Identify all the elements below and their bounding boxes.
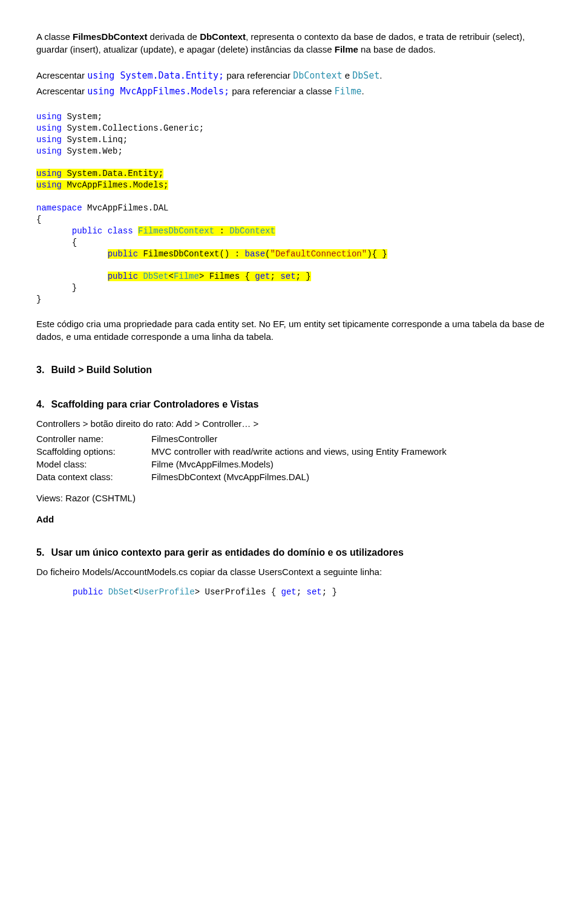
type-filme: Filme [174,272,199,281]
type-dbset: DbSet [108,587,134,597]
kw-base: base [245,249,265,259]
table-row: Model class: Filme (MvcAppFilmes.Models) [36,458,545,470]
kw-get: get [281,587,297,597]
code-text: : [214,226,229,236]
section-number: 5. [36,546,48,559]
note-text: . [362,86,364,96]
section-title: Usar um único contexto para gerir as ent… [51,547,403,558]
code-inline-kw: using System.Data.Entity; [87,70,224,81]
kw-set: set [280,272,295,281]
field-label: Controller name: [36,432,151,445]
table-row: Data context class: FilmesDbContext (Mvc… [36,470,545,483]
highlight-classdecl: FilmesDbContext : DbContext [138,226,275,236]
code-text: System; [62,112,102,122]
field-label: Scaffolding options: [36,445,151,458]
kw-set: set [307,587,322,597]
highlight-using-entity: using System.Data.Entity; [36,169,163,178]
kw-namespace: namespace [36,203,82,213]
type-filmesdbcontext: FilmesDbContext [138,226,214,236]
views-line: Views: Razor (CSHTML) [36,492,545,504]
string-literal: "DefaultConnection" [271,249,367,259]
kw-get: get [255,272,270,281]
kw-using: using [36,169,62,178]
code-block-userprofiles: public DbSet<UserProfile> UserProfiles {… [36,587,545,598]
add-action: Add [36,513,545,525]
kw-public: public [108,249,138,259]
section-title: Scaffolding para criar Controladores e V… [51,399,258,409]
code-text: MvcAppFilmes.DAL [82,203,169,213]
code-inline-type: DbContext [293,70,342,81]
filmesdbcontext-name: FilmesDbContext [73,31,147,42]
note-text: e [343,70,353,80]
brace-close: } [36,294,41,304]
code-text: < [168,272,173,281]
kw-using: using [36,135,62,145]
kw-class: class [102,226,138,236]
field-label: Model class: [36,458,151,470]
kw-public: public [72,226,102,236]
brace-open: { [36,215,41,224]
code-text: > UserProfiles { [195,587,281,597]
brace-open: { [72,238,77,247]
after-code-paragraph: Este código cria uma propriedade para ca… [36,317,545,343]
field-value: Filme (MvcAppFilmes.Models) [151,458,545,470]
note-text: Acrescentar [36,70,87,80]
note-text: . [379,70,382,80]
section-title: Build > Build Solution [51,365,152,375]
type-dbset: DbSet [143,272,168,281]
code-inline-type: DbSet [352,70,379,81]
type-userprofile: UserProfile [139,587,194,597]
note-text: Acrescentar [36,86,87,96]
code-inline-kw: using MvcAppFilmes.Models; [87,86,229,97]
note-text: para referenciar a classe [229,86,334,96]
filme-name: Filme [335,44,358,54]
kw-using: using [36,146,62,156]
note-text: para referenciar [224,70,293,80]
dbcontext-name: DbContext [200,31,246,42]
code-text: System.Data.Entity; [62,169,163,178]
section-5-heading: 5. Usar um único contexto para gerir as … [36,546,545,559]
note-using-entity: Acrescentar using System.Data.Entity; pa… [36,69,545,82]
intro-text: derivada de [147,31,200,42]
code-text: System.Collections.Generic; [62,123,204,133]
code-text: ){ } [367,249,387,259]
section-5-line1: Do ficheiro Models/AccountModels.cs copi… [36,565,545,578]
note-using-models: Acrescentar using MvcAppFilmes.Models; p… [36,85,545,98]
code-text: ; [297,587,307,597]
code-text [103,587,108,597]
field-label: Data context class: [36,470,151,483]
section-number: 3. [36,363,48,377]
code-text: FilmesDbContext() : [138,249,245,259]
section-4-line1: Controllers > botão direito do rato: Add… [36,417,545,430]
intro-paragraph: A classe FilmesDbContext derivada de DbC… [36,30,545,56]
code-block-filmesdbcontext: using System; using System.Collections.G… [36,111,545,305]
code-text: ; } [296,272,311,281]
table-row: Controller name: FilmesController [36,432,545,445]
intro-text: A classe [36,31,73,42]
code-inline-type: Filme [334,86,361,97]
field-value: FilmesController [151,432,545,445]
code-text: ; [271,272,281,281]
highlight-ctor: public FilmesDbContext() : base("Default… [108,249,387,259]
kw-using: using [36,123,62,133]
code-text: ( [265,249,270,259]
field-value: FilmesDbContext (MvcAppFilmes.DAL) [151,470,545,483]
code-text: System.Web; [62,146,123,156]
table-row: Scaffolding options: MVC controller with… [36,445,545,458]
brace-close: } [72,283,77,293]
field-value: MVC controller with read/write actions a… [151,445,545,458]
code-text: MvcAppFilmes.Models; [62,180,168,190]
highlight-using-models: using MvcAppFilmes.Models; [36,180,168,190]
code-text: ; } [322,587,337,597]
highlight-dbset-prop: public DbSet<Filme> Filmes { get; set; } [108,272,311,281]
code-inline: using System.Data.Entity; [87,70,224,81]
kw-using: using [36,180,62,190]
type-dbcontext: DbContext [229,226,275,236]
kw-public: public [73,587,103,597]
section-4-heading: 4. Scaffolding para criar Controladores … [36,398,545,411]
code-inline: using MvcAppFilmes.Models; [87,86,229,97]
section-3-heading: 3. Build > Build Solution [36,363,545,377]
section-number: 4. [36,398,48,411]
code-text: System.Linq; [62,135,128,145]
kw-using: using [36,112,62,122]
